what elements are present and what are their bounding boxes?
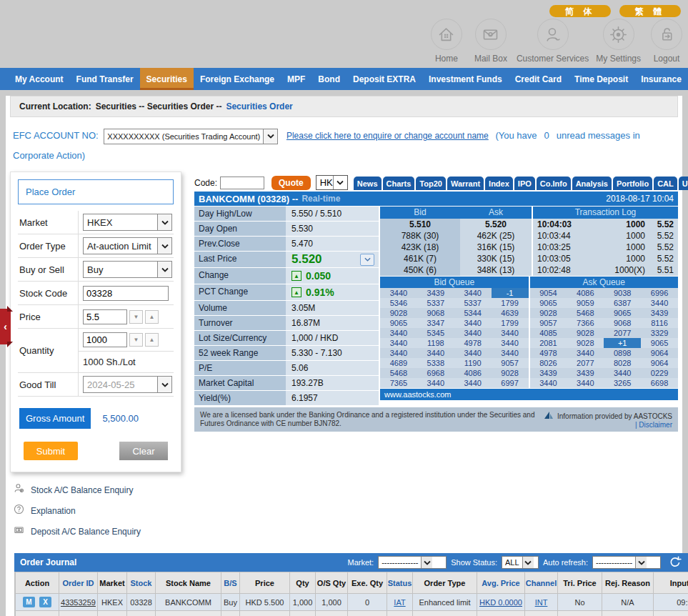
buy-sell-select[interactable]: Buy (83, 261, 172, 278)
queue-row: 34403440344034404978344008989064 (380, 348, 678, 358)
simplified-chinese-button[interactable]: 简 体 (549, 5, 611, 17)
submit-button[interactable]: Submit (24, 442, 78, 460)
market-depth: Bid Ask Transaction Log 5.5105.52010:04:… (380, 207, 678, 406)
tab-news[interactable]: News (354, 177, 382, 190)
cancel-order-button[interactable]: X (39, 597, 51, 607)
stat-label: Day High/Low (194, 207, 286, 221)
link-explanation[interactable]: Explanation (13, 503, 183, 518)
column-header-channel[interactable]: Channel (525, 572, 558, 594)
tab-portfolio[interactable]: Portfolio (613, 177, 652, 190)
bid-queue-cell: 3440 (417, 378, 454, 388)
disclaimer-link[interactable]: | Disclaimer (635, 421, 672, 429)
ask-queue-cell: 8026 (530, 358, 567, 368)
customer-services-button[interactable]: Customer Services (517, 19, 589, 64)
order-type-label: Order Type (18, 241, 78, 252)
clear-button[interactable]: Clear (119, 442, 168, 460)
column-header-stock[interactable]: Stock (127, 572, 156, 594)
stat-lot-size-currency: Lot Size/Currency1,000 / HKD (194, 331, 379, 345)
link-stock-a-c-balance-enquiry[interactable]: Stock A/C Balance Enquiry (13, 482, 183, 497)
bid-queue-header: Bid Queue (380, 277, 529, 288)
market-select[interactable]: HKEX (83, 214, 172, 231)
tab-warrant[interactable]: Warrant (447, 177, 484, 190)
bid-queue-cell: 3440 (454, 288, 492, 298)
logout-button[interactable]: Logout (648, 19, 685, 64)
good-till-select[interactable]: 2024-05-25 (83, 376, 172, 393)
tab-charts[interactable]: Charts (383, 177, 415, 190)
nav-item-foreign-exchange[interactable]: Foreign Exchange (194, 68, 281, 90)
home-button[interactable]: Home (428, 19, 465, 64)
status-link[interactable]: IAT (394, 598, 405, 607)
market-filter-select[interactable]: -------------- (378, 556, 447, 569)
tab-co-info[interactable]: Co.Info (537, 177, 571, 190)
traditional-chinese-button[interactable]: 繁 體 (619, 5, 681, 17)
mailbox-icon (475, 19, 507, 50)
ask-queue-cell: 9028 (567, 338, 604, 348)
quantity-decrease-button[interactable]: ▼ (129, 333, 143, 347)
nav-item-insurance[interactable]: Insurance (634, 68, 688, 90)
table-row: MX43353259HKEX03328BANKCOMMBuyHKD 5.5001… (16, 594, 688, 611)
price-input[interactable] (83, 309, 127, 324)
bid-queue-cell: 9057 (492, 358, 529, 368)
channel-link[interactable]: INT (535, 598, 548, 607)
nav-item-securities[interactable]: Securities (140, 68, 194, 90)
quote-button[interactable]: Quote (271, 176, 311, 190)
last-price-dropdown[interactable] (360, 254, 374, 266)
order-id-link[interactable]: 43353259 (61, 598, 96, 607)
column-header-avg-price[interactable]: Avg. Price (477, 572, 525, 594)
queue-row: 73653440344069973440344032656698 (380, 378, 678, 388)
nav-item-my-account[interactable]: My Account (9, 68, 70, 90)
bid-queue-cell: 5468 (380, 368, 417, 378)
exchange-select[interactable]: HK (316, 175, 348, 190)
ask-queue-half: 9057736690688116 (530, 318, 679, 328)
stat-label: Turnover (194, 316, 286, 330)
table-row: 43353257HKEX02020ANTA SPORTSBuyHKD 21.05… (16, 611, 688, 616)
ask-queue-half: 9028546890653439 (530, 308, 679, 318)
bid-value: 450K (6) (380, 264, 460, 276)
avg-price-link[interactable]: HKD 0.0000 (479, 598, 522, 607)
my-settings-button[interactable]: My Settings (596, 19, 641, 64)
tab-cal[interactable]: CAL (654, 177, 677, 190)
order-journal: Order Journal Market: -------------- Sho… (14, 553, 688, 616)
stat-day-open: Day Open5.530 (194, 222, 379, 236)
disclaimer: We are a licensed bank under the Banking… (194, 407, 678, 432)
modify-order-button[interactable]: M (23, 597, 35, 607)
collapse-panel-tab[interactable]: ‹ (0, 309, 11, 344)
nav-item-bond[interactable]: Bond (311, 68, 347, 90)
nav-item-fund-transfer[interactable]: Fund Transfer (70, 68, 140, 90)
ask-queue-cell: 9068 (604, 318, 641, 328)
price-decrease-button[interactable]: ▼ (129, 310, 143, 324)
code-input[interactable] (220, 177, 264, 189)
code-label: Code: (194, 178, 217, 188)
nav-item-time-deposit[interactable]: Time Deposit (568, 68, 634, 90)
logout-icon (651, 19, 682, 50)
link-deposit-a-c-balance-enquiry[interactable]: Deposit A/C Balance Enquiry (13, 524, 183, 539)
change-account-link[interactable]: Please click here to enquire or change a… (286, 131, 489, 141)
quantity-input[interactable] (83, 332, 127, 347)
auto-refresh-select[interactable]: -------------- (592, 556, 661, 569)
account-select[interactable]: XXXXXXXXXX (Securities Trading Account) (104, 129, 278, 144)
tab-index[interactable]: Index (485, 177, 513, 190)
my-settings-label: My Settings (596, 54, 641, 64)
tab-top20[interactable]: Top20 (416, 177, 446, 190)
tab-usage[interactable]: Usage (679, 177, 688, 190)
order-type-select[interactable]: At-auction Limit (83, 237, 172, 254)
quote-tabs: NewsChartsTop20WarrantIndexIPOCo.InfoAna… (354, 177, 688, 190)
cell-stock: 03328 (127, 594, 156, 611)
quantity-increase-button[interactable]: ▲ (145, 333, 159, 347)
refresh-icon[interactable] (668, 555, 682, 570)
tab-ipo[interactable]: IPO (514, 177, 535, 190)
nav-item-mpf[interactable]: MPF (281, 68, 311, 90)
mailbox-button[interactable]: Mail Box (472, 19, 509, 64)
column-header-order-id[interactable]: Order ID (59, 572, 98, 594)
column-header-status[interactable]: Status (387, 572, 413, 594)
nav-item-deposit-extra[interactable]: Deposit EXTRA (347, 68, 422, 90)
column-header-b-s[interactable]: B/S (221, 572, 240, 594)
ask-queue-cell: 9028 (530, 308, 567, 318)
market-label: Market (18, 217, 78, 228)
nav-item-credit-card[interactable]: Credit Card (509, 68, 568, 90)
stock-code-input[interactable] (83, 286, 169, 301)
nav-item-investment-funds[interactable]: Investment Funds (422, 68, 509, 90)
show-status-select[interactable]: ALL (502, 556, 539, 569)
price-increase-button[interactable]: ▲ (145, 310, 159, 324)
tab-analysis[interactable]: Analysis (572, 177, 612, 190)
